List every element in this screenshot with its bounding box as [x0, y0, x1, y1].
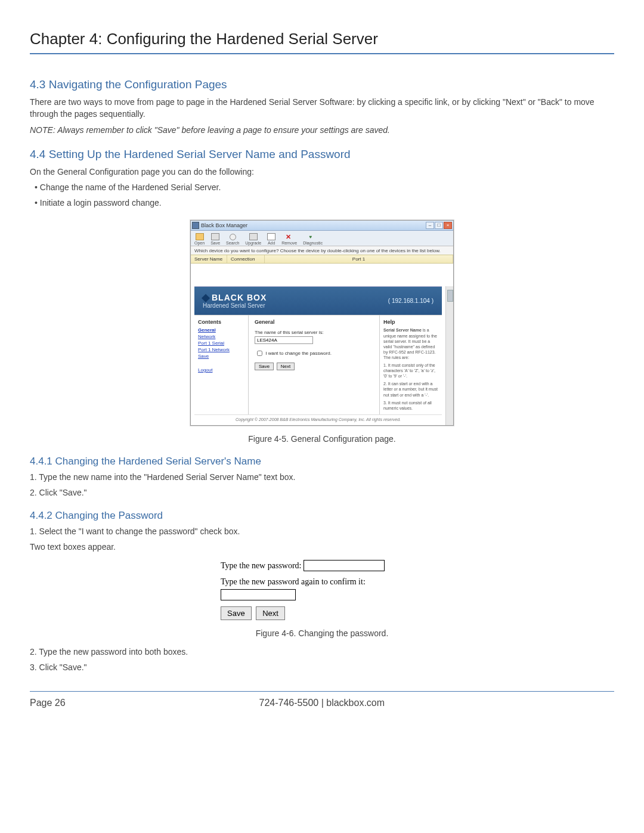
web-banner: BLACK BOX Hardened Serial Server ( 192.1…	[194, 286, 442, 315]
copyright-text: Copyright © 2007-2008 B&B Electronics Ma…	[194, 414, 442, 425]
step-442-3: 3. Click "Save."	[30, 661, 614, 673]
toolbar: Open Save Search Upgrade Add ✕Remove ♥Di…	[191, 231, 453, 246]
heading-4-4-2: 4.4.2 Changing the Password	[30, 510, 614, 522]
bullet-4-4-b: • Initiate a login password change.	[35, 197, 614, 209]
page-footer: Page 26 724-746-5500 | blackbox.com	[30, 698, 614, 708]
add-icon	[267, 233, 275, 240]
help-rule-1: 1. It must consist only of the character…	[383, 363, 438, 379]
sidebar-link-save[interactable]: Save	[198, 354, 244, 359]
main-panel-general: General The name of this serial server i…	[249, 315, 380, 414]
col-connection[interactable]: Connection	[227, 255, 265, 263]
main-heading: General	[255, 319, 373, 325]
toolbar-save[interactable]: Save	[210, 233, 220, 245]
magnifier-icon	[230, 234, 236, 240]
heading-4-4: 4.4 Setting Up the Hardened Serial Serve…	[30, 148, 614, 161]
toolbar-remove[interactable]: ✕Remove	[281, 234, 297, 245]
window-title: Black Box Manager	[201, 222, 247, 228]
change-password-checkbox[interactable]	[257, 351, 262, 356]
minimize-button[interactable]: –	[426, 222, 434, 229]
col-port1[interactable]: Port 1	[265, 255, 453, 263]
sidebar-link-general[interactable]: General	[198, 327, 244, 333]
help-p1: is a unique name assigned to the serial …	[383, 328, 437, 359]
sidebar-contents: Contents General Network Port 1 Serial P…	[194, 315, 249, 414]
toolbar-open[interactable]: Open	[194, 233, 205, 245]
heading-4-3: 4.3 Navigating the Configuration Pages	[30, 78, 614, 91]
scrollbar-thumb[interactable]	[447, 290, 453, 302]
footer-rule	[30, 691, 614, 692]
fig6-save-button[interactable]: Save	[221, 606, 252, 620]
bullet-4-4-a: • Change the name of the Hardened Serial…	[35, 181, 614, 193]
step-442-note: Two text boxes appear.	[30, 541, 614, 553]
new-password-label: Type the new password:	[221, 561, 302, 570]
para-4-4-1: On the General Configuration page you ca…	[30, 166, 614, 178]
figure-4-5-caption: Figure 4-5. General Configuration page.	[30, 433, 614, 445]
save-button[interactable]: Save	[255, 363, 274, 370]
sidebar-heading: Contents	[198, 319, 244, 325]
server-name-input[interactable]	[255, 336, 313, 344]
note-4-3: NOTE: Always remember to click "Save" be…	[30, 124, 614, 136]
toolbar-search[interactable]: Search	[226, 234, 239, 245]
page-number: Page 26	[30, 698, 66, 708]
maximize-button[interactable]: □	[435, 222, 443, 229]
toolbar-add[interactable]: Add	[267, 233, 275, 245]
diamond-icon	[202, 294, 210, 302]
folder-open-icon	[196, 233, 204, 240]
ip-address-label: ( 192.168.1.104 )	[388, 298, 434, 304]
toolbar-diagnostic[interactable]: ♥Diagnostic	[303, 234, 323, 245]
chapter-title: Chapter 4: Configuring the Hardened Seri…	[30, 30, 614, 48]
toolbar-upgrade[interactable]: Upgrade	[245, 233, 261, 245]
server-name-label: The name of this serial server is:	[255, 330, 373, 335]
help-heading: Help	[383, 319, 438, 326]
new-password-input[interactable]	[304, 560, 385, 571]
step-442-1: 1. Select the "I want to change the pass…	[30, 525, 614, 537]
figure-4-5-screenshot: Black Box Manager – □ × Open Save Search…	[190, 220, 454, 426]
brand-label: BLACK BOX	[212, 293, 267, 302]
next-button[interactable]: Next	[277, 363, 295, 370]
col-server-name[interactable]: Server Name	[191, 255, 227, 263]
help-rule-2: 2. It can start or end with a letter or …	[383, 381, 438, 397]
change-password-label: I want to change the password.	[265, 350, 332, 355]
sidebar-link-port1-network[interactable]: Port 1 Network	[198, 347, 244, 352]
step-442-2: 2. Type the new password into both boxes…	[30, 646, 614, 658]
heading-4-4-1: 4.4.1 Changing the Hardened Serial Serve…	[30, 456, 614, 467]
diagnostic-icon: ♥	[309, 234, 317, 240]
scrollbar[interactable]	[445, 286, 453, 425]
figure-4-6-screenshot: Type the new password: Type the new pass…	[221, 560, 423, 620]
sidebar-link-network[interactable]: Network	[198, 334, 244, 339]
upgrade-icon	[249, 233, 258, 240]
para-4-3-1: There are two ways to move from page to …	[30, 96, 614, 120]
sidebar-link-logout[interactable]: Logout	[198, 367, 244, 373]
help-term: Serial Server Name	[383, 328, 422, 332]
help-rule-3: 3. It must not consist of all numeric va…	[383, 400, 438, 411]
chapter-rule	[30, 53, 614, 54]
remove-icon: ✕	[286, 234, 293, 240]
device-list-header: Server Name Connection Port 1	[191, 255, 453, 264]
brand-subtitle: Hardened Serial Server	[203, 302, 267, 309]
confirm-password-input[interactable]	[221, 589, 296, 600]
footer-contact: 724-746-5500 | blackbox.com	[66, 698, 578, 708]
sidebar-link-port1-serial[interactable]: Port 1 Serial	[198, 340, 244, 346]
fig6-next-button[interactable]: Next	[256, 606, 285, 620]
help-panel: Help Serial Server Name is a unique name…	[380, 315, 442, 414]
app-icon	[192, 222, 199, 229]
step-441-2: 2. Click "Save."	[30, 487, 614, 498]
close-button[interactable]: ×	[444, 222, 452, 229]
step-441-1: 1. Type the new name into the "Hardened …	[30, 471, 614, 483]
floppy-icon	[211, 233, 219, 240]
window-titlebar: Black Box Manager – □ ×	[191, 221, 453, 231]
device-list[interactable]	[191, 264, 453, 286]
figure-4-6-caption: Figure 4-6. Changing the password.	[30, 627, 614, 639]
instruction-text: Which device do you want to configure? C…	[191, 246, 453, 255]
confirm-password-label: Type the new password again to confirm i…	[221, 577, 366, 586]
